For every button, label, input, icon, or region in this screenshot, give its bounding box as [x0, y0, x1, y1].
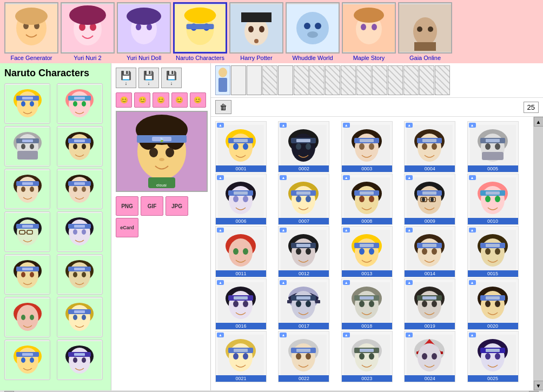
char-cell[interactable]: ▲0019	[404, 278, 455, 330]
nav-thumb-whuddle	[286, 2, 340, 54]
save-button-1[interactable]: 💾 ↓	[116, 68, 136, 88]
icon-btn-5[interactable]: 😊	[190, 92, 206, 108]
sidebar-char-13[interactable]	[57, 340, 103, 380]
svg-point-221	[431, 197, 434, 202]
ecard-button[interactable]: eCard	[116, 218, 138, 237]
nav-item-maple[interactable]: Maple Story	[342, 2, 396, 61]
sidebar-char-2[interactable]	[4, 126, 50, 167]
nav-item-face-gen[interactable]: Face Generator	[4, 2, 58, 61]
char-cell[interactable]: ▲0021	[215, 331, 267, 382]
char-cell[interactable]: ▲0004	[404, 121, 455, 172]
char-cell[interactable]: ▲0003	[341, 121, 393, 172]
char-cell[interactable]: ▲0024	[404, 331, 455, 382]
char-badge: ▲	[280, 280, 287, 285]
icon-btn-3[interactable]: 😊	[153, 92, 169, 108]
svg-point-83	[73, 187, 77, 192]
sidebar-char-11[interactable]	[57, 297, 103, 337]
preview-slot-7[interactable]	[325, 65, 340, 95]
preview-slot-1[interactable]	[231, 65, 246, 95]
char-cell[interactable]: ▲0023	[341, 331, 393, 382]
char-cell[interactable]: ▲0020	[467, 278, 519, 330]
char-cell[interactable]: ▲0007	[278, 174, 329, 225]
preview-slot-8[interactable]	[341, 65, 356, 95]
sidebar-char-5[interactable]	[57, 169, 103, 209]
svg-point-30	[315, 23, 321, 29]
svg-rect-329	[486, 349, 500, 352]
char-cell[interactable]: ▲0009	[404, 174, 455, 225]
sidebar-char-7[interactable]	[57, 211, 103, 252]
char-cell[interactable]: ▲0014	[404, 226, 455, 277]
preview-slot-3[interactable]	[262, 65, 277, 95]
sidebar-char-6[interactable]	[4, 211, 50, 252]
preview-slot-5[interactable]	[294, 65, 309, 95]
sidebar-char-4[interactable]	[4, 169, 50, 209]
sidebar-char-0[interactable]	[4, 83, 50, 124]
svg-point-4	[15, 8, 48, 25]
char-cell[interactable]: ▲0008	[341, 174, 393, 225]
preview-slot-4[interactable]	[278, 65, 293, 95]
char-cell[interactable]: ▲0013	[341, 226, 393, 277]
nav-item-whuddle[interactable]: Whuddle World	[286, 2, 340, 61]
preview-slot-2[interactable]	[247, 65, 262, 95]
preview-slot-10[interactable]	[372, 65, 387, 95]
svg-point-117	[21, 315, 25, 320]
sidebar-char-8[interactable]	[4, 254, 50, 295]
char-cell[interactable]: ▲0002	[278, 121, 329, 172]
preview-slot-12[interactable]	[403, 65, 419, 95]
char-cell[interactable]: ▲0012	[278, 226, 329, 277]
char-cell[interactable]: ▲0001	[215, 121, 267, 172]
sidebar-char-9[interactable]	[57, 254, 103, 295]
nav-item-yuri2[interactable]: Yuri Nuri 2	[61, 2, 115, 61]
char-cell[interactable]: ▲0015	[467, 226, 519, 277]
svg-point-160	[233, 143, 239, 150]
char-label: 0008	[342, 218, 392, 224]
nav-item-gaia[interactable]: Gaia Online	[398, 2, 452, 61]
preview-slot-11[interactable]	[388, 65, 403, 95]
scroll-track[interactable]	[534, 127, 544, 381]
char-cell[interactable]: ▲0006	[215, 174, 267, 225]
sidebar-char-1[interactable]	[57, 83, 103, 124]
icon-btn-1[interactable]: 😊	[116, 92, 132, 108]
jpg-button[interactable]: JPG	[165, 196, 188, 216]
preview-slot-13[interactable]	[419, 65, 434, 95]
char-label: 0007	[279, 218, 329, 224]
sidebar-char-12[interactable]	[4, 340, 50, 380]
gif-button[interactable]: GIF	[141, 196, 163, 216]
char-cell[interactable]: ▲0016	[215, 278, 267, 330]
char-cell[interactable]: ▲0017	[278, 278, 329, 330]
svg-point-112	[73, 272, 77, 277]
svg-point-318	[369, 353, 374, 360]
icon-btn-2[interactable]: 😊	[134, 92, 150, 108]
svg-point-296	[485, 301, 491, 307]
char-cell[interactable]: ▲0022	[278, 331, 329, 382]
preview-slot-14[interactable]	[435, 65, 450, 95]
svg-point-131	[21, 357, 25, 363]
preview-slot-6[interactable]	[309, 65, 325, 95]
char-cell[interactable]: ▲0005	[467, 121, 519, 172]
char-cell[interactable]: ▲0018	[341, 278, 393, 330]
char-cell[interactable]: ▲0025	[467, 331, 519, 382]
sidebar-char-10[interactable]	[4, 297, 50, 337]
scroll-up-arrow[interactable]: ▲	[534, 117, 544, 127]
char-badge: ▲	[217, 280, 224, 285]
char-label: 0010	[468, 218, 518, 224]
scroll-down-arrow[interactable]: ▼	[534, 381, 544, 390]
nav-item-naruto[interactable]: Naruto Characters	[173, 2, 227, 61]
trash-button[interactable]: 🗑	[215, 100, 231, 114]
save-button-2[interactable]: 💾 ↓	[138, 68, 159, 88]
preview-slot-0[interactable]	[215, 65, 230, 95]
nav-item-yuri-doll[interactable]: Yuri Nuri Doll	[117, 2, 171, 61]
svg-rect-159	[234, 139, 248, 142]
nav-item-harry[interactable]: Harry Potter	[229, 2, 283, 61]
save-button-3[interactable]: 💾 ↓	[161, 68, 182, 88]
svg-point-276	[306, 301, 311, 307]
nav-thumb-maple	[342, 2, 396, 54]
nav-thumb-yuri-doll	[117, 2, 171, 54]
icon-btn-4[interactable]: 😊	[171, 92, 188, 108]
sidebar-char-3[interactable]	[57, 126, 103, 167]
png-button[interactable]: PNG	[116, 196, 138, 216]
svg-point-139	[82, 357, 86, 363]
char-cell[interactable]: ▲0011	[215, 226, 267, 277]
preview-slot-9[interactable]	[356, 65, 372, 95]
char-cell[interactable]: ▲0010	[467, 174, 519, 225]
